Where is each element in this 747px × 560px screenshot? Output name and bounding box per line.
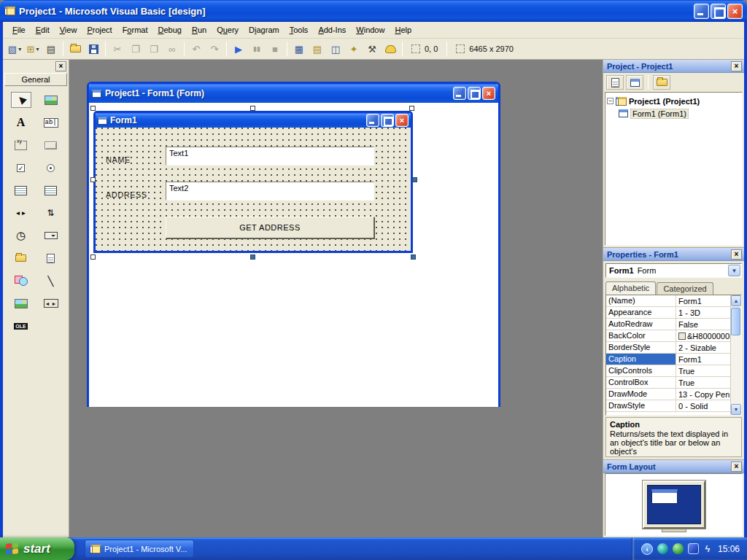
form1-maximize-button[interactable] bbox=[381, 114, 394, 127]
menu-run[interactable]: Run bbox=[187, 23, 212, 36]
property-row-controlbox[interactable]: ControlBoxTrue bbox=[606, 377, 741, 389]
scroll-down-icon[interactable]: ▼ bbox=[731, 404, 741, 415]
resize-handle-top-right[interactable] bbox=[409, 106, 414, 111]
copy-button[interactable]: ❐ bbox=[127, 40, 144, 58]
menu-query[interactable]: Query bbox=[212, 23, 244, 36]
redo-button[interactable]: ↷ bbox=[206, 40, 223, 58]
toggle-folders-button[interactable] bbox=[653, 75, 670, 90]
menu-help[interactable]: Help bbox=[390, 23, 417, 36]
taskbar-clock[interactable]: 15:06 bbox=[718, 544, 740, 554]
cut-button[interactable]: ✂ bbox=[109, 40, 126, 58]
address-label[interactable]: ADDRESS bbox=[106, 190, 147, 199]
toolbox-button[interactable]: ⚒ bbox=[363, 40, 381, 58]
properties-scrollbar[interactable]: ▲ ▼ bbox=[730, 295, 741, 415]
menu-edit[interactable]: Edit bbox=[31, 23, 55, 36]
form1-design-surface[interactable]: Form1 × NAME Text1 ADDRESS bbox=[93, 111, 413, 253]
view-code-button[interactable] bbox=[606, 75, 624, 90]
menu-file[interactable]: File bbox=[7, 23, 31, 36]
toolbox-hscrollbar[interactable]: ◄► bbox=[11, 205, 31, 221]
text1-textbox[interactable]: Text1 bbox=[166, 147, 374, 166]
app-titlebar[interactable]: Project1 - Microsoft Visual Basic [desig… bbox=[0, 0, 747, 22]
form1-titlebar[interactable]: Form1 × bbox=[96, 113, 411, 128]
project-root-label[interactable]: Project1 (Project1) bbox=[629, 97, 700, 106]
resize-handle-bottom-center[interactable] bbox=[250, 254, 255, 260]
property-row-borderstyle[interactable]: BorderStyle2 - Sizable bbox=[606, 342, 741, 354]
toolbox-optionbutton[interactable] bbox=[41, 160, 61, 176]
toolbox-combobox[interactable] bbox=[11, 182, 31, 198]
property-row-name[interactable]: (Name)Form1 bbox=[606, 295, 741, 307]
open-project-button[interactable] bbox=[66, 40, 84, 58]
minimize-button[interactable] bbox=[694, 4, 709, 19]
property-row-drawstyle[interactable]: DrawStyle0 - Solid bbox=[606, 400, 741, 412]
form-layout-close-icon[interactable]: × bbox=[731, 462, 742, 472]
object-browser-button[interactable]: ✦ bbox=[345, 40, 363, 58]
property-row-drawmode[interactable]: DrawMode13 - Copy Pen bbox=[606, 389, 741, 400]
menu-window[interactable]: Window bbox=[351, 23, 390, 36]
property-row-backcolor[interactable]: BackColor&H8000000F bbox=[606, 330, 741, 342]
form1-grid-surface[interactable]: NAME Text1 ADDRESS Text2 GET ADDRESS bbox=[96, 128, 411, 251]
toolbox-textbox[interactable]: ab| bbox=[41, 114, 61, 131]
start-menu-button[interactable]: start bbox=[0, 537, 74, 560]
project-explorer-button[interactable]: ▦ bbox=[290, 40, 308, 58]
taskbar-item-vb[interactable]: Project1 - Microsoft V... bbox=[85, 540, 194, 558]
tab-alphabetic[interactable]: Alphabetic bbox=[605, 281, 656, 295]
text2-textbox[interactable]: Text2 bbox=[166, 182, 374, 201]
form-designer-window[interactable]: Project1 - Form1 (Form) × Form1 bbox=[87, 82, 500, 407]
toolbox-checkbox[interactable]: ✓ bbox=[11, 160, 31, 176]
get-address-button[interactable]: GET ADDRESS bbox=[166, 217, 374, 238]
properties-panel-close-icon[interactable]: × bbox=[731, 249, 742, 260]
paste-button[interactable]: ❒ bbox=[145, 40, 163, 58]
designer-minimize-button[interactable] bbox=[453, 87, 466, 100]
form-node-label[interactable]: Form1 (Form1) bbox=[630, 109, 689, 119]
project-panel-close-icon[interactable]: × bbox=[731, 61, 742, 71]
tray-icon-3[interactable] bbox=[688, 543, 699, 554]
view-object-button[interactable] bbox=[626, 75, 643, 90]
tab-categorized[interactable]: Categorized bbox=[657, 282, 713, 295]
project-panel-titlebar[interactable]: Project - Project1 × bbox=[603, 60, 744, 73]
toolbox-pointer[interactable]: ▶ bbox=[11, 92, 31, 108]
toolbox-commandbutton[interactable] bbox=[41, 137, 61, 153]
form-layout-window-button[interactable]: ◫ bbox=[327, 40, 344, 58]
undo-button[interactable]: ↶ bbox=[187, 40, 205, 58]
designer-titlebar[interactable]: Project1 - Form1 (Form) × bbox=[89, 84, 498, 103]
close-button[interactable]: × bbox=[727, 4, 743, 19]
property-row-appearance[interactable]: Appearance1 - 3D bbox=[606, 307, 741, 319]
toolbox-image[interactable] bbox=[11, 295, 31, 311]
data-view-button[interactable] bbox=[382, 40, 399, 58]
toolbox-tab-general[interactable]: General bbox=[4, 73, 67, 86]
toolbox-filelistbox[interactable] bbox=[41, 250, 61, 266]
form-layout-titlebar[interactable]: Form Layout × bbox=[603, 460, 744, 473]
toolbox-vscrollbar[interactable]: ⇅ bbox=[41, 205, 61, 221]
resize-handle-bottom-left[interactable] bbox=[90, 254, 96, 260]
find-button[interactable]: ∞ bbox=[163, 40, 181, 58]
menu-diagram[interactable]: Diagram bbox=[244, 23, 285, 36]
property-row-caption[interactable]: CaptionForm1 bbox=[606, 354, 741, 365]
add-project-button[interactable]: ▧▾ bbox=[6, 40, 23, 58]
designer-maximize-button[interactable] bbox=[468, 87, 481, 100]
toolbox-data[interactable]: ◄ ► bbox=[41, 295, 61, 311]
form1-minimize-button[interactable] bbox=[366, 114, 379, 127]
properties-window-button[interactable]: ▤ bbox=[309, 40, 326, 58]
menu-tools[interactable]: Tools bbox=[285, 23, 314, 36]
toolbox-drivelistbox[interactable] bbox=[41, 228, 61, 244]
toolbox-line[interactable]: ╲ bbox=[41, 273, 61, 289]
toolbox-dirlistbox[interactable] bbox=[11, 250, 31, 266]
start-button[interactable]: ▶ bbox=[230, 40, 247, 58]
resize-handle-bottom-right[interactable] bbox=[411, 254, 416, 260]
tray-icon-1[interactable] bbox=[657, 543, 668, 554]
tray-collapse-icon[interactable]: ‹ bbox=[641, 543, 653, 555]
end-button[interactable]: ■ bbox=[266, 40, 284, 58]
save-project-button[interactable] bbox=[85, 40, 102, 58]
project-tree-form1[interactable]: Form1 (Form1) bbox=[619, 107, 740, 120]
break-button[interactable]: ▮▮ bbox=[248, 40, 266, 58]
resize-handle-top-center[interactable] bbox=[250, 106, 255, 111]
menu-format[interactable]: Format bbox=[117, 23, 153, 36]
menu-view[interactable]: View bbox=[55, 23, 82, 36]
menu-project[interactable]: Project bbox=[82, 23, 117, 36]
property-row-clipcontrols[interactable]: ClipControlsTrue bbox=[606, 365, 741, 377]
toolbox-listbox[interactable] bbox=[41, 182, 61, 198]
form1-close-button[interactable]: × bbox=[395, 114, 409, 127]
toolbox-shape[interactable] bbox=[11, 273, 31, 289]
property-row-autoredraw[interactable]: AutoRedrawFalse bbox=[606, 319, 741, 330]
menu-editor-button[interactable]: ▤ bbox=[42, 40, 60, 58]
